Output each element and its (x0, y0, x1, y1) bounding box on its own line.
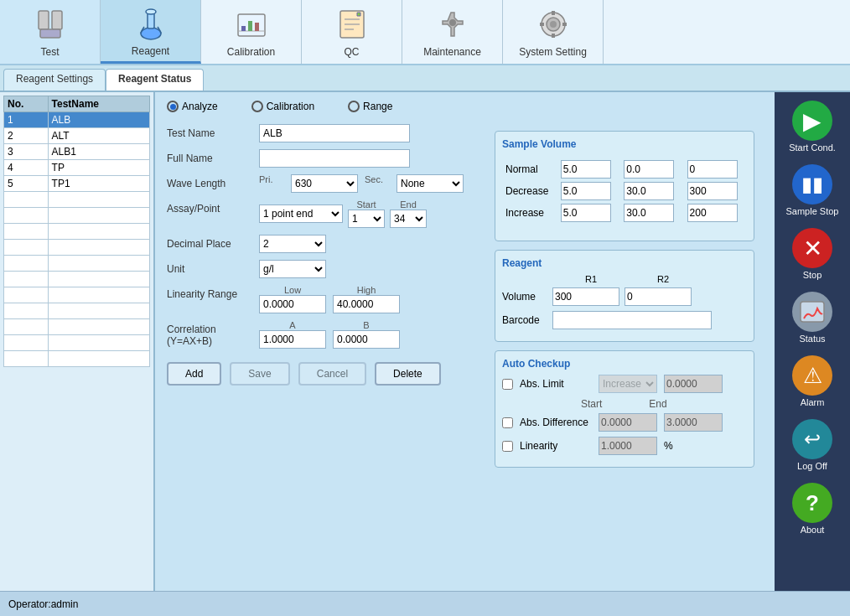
nav-qc[interactable]: QC (302, 0, 402, 64)
sample-stop-button[interactable]: ▮▮ Sample Stop (779, 159, 846, 221)
nav-maintenance[interactable]: Maintenance (402, 0, 503, 64)
alarm-icon: ⚠ (792, 355, 832, 396)
wave-length-label: Wave Length (167, 174, 259, 189)
nav-test[interactable]: Test (0, 0, 101, 64)
linearity-controls: Low High (259, 285, 400, 313)
tab-reagent-settings[interactable]: Reagent Settings (3, 69, 106, 91)
log-off-button[interactable]: ↩ Log Off (779, 414, 846, 476)
sv-v3-input[interactable] (687, 204, 738, 222)
calibration-icon (233, 6, 270, 43)
corr-controls: A B (259, 320, 400, 349)
sv-v2-input[interactable] (624, 204, 674, 222)
status-button[interactable]: Status (779, 287, 846, 349)
cancel-button[interactable]: Cancel (298, 362, 366, 386)
nav-system-setting-label: System Setting (519, 46, 587, 58)
corr-a-input[interactable] (259, 330, 326, 349)
qc-icon (334, 6, 371, 43)
corr-b-input[interactable] (333, 330, 400, 349)
sv-v3-input[interactable] (687, 182, 738, 200)
sv-v2-input[interactable] (624, 182, 674, 200)
nav-system-setting[interactable]: System Setting (503, 0, 604, 64)
table-row-empty (4, 208, 150, 224)
row-name: TP (48, 160, 149, 176)
radio-range[interactable]: Range (348, 101, 392, 112)
test-name-input[interactable] (259, 124, 410, 142)
unit-select[interactable]: g/lmg/lmmol/lU/l% (259, 260, 326, 278)
assay-start-group: Start 123 (348, 199, 385, 228)
table-row[interactable]: 1ALB (4, 112, 150, 128)
center-panel: Analyze Calibration Range Test Name (155, 92, 775, 591)
left-panel: No. TestName 1ALB2ALT3ALB14TP5TP1 (0, 92, 155, 591)
save-button[interactable]: Save (230, 362, 289, 386)
sv-v3-input[interactable] (687, 160, 738, 179)
add-button[interactable]: Add (167, 362, 221, 386)
nav-reagent[interactable]: Reagent (101, 0, 201, 64)
abs-limit-label: Abs. Limit (520, 378, 595, 390)
correlation-label: Correlation (Y=AX+B) (167, 320, 259, 347)
row-name: ALB1 (48, 144, 149, 160)
sv-row: Increase (502, 202, 747, 224)
mode-radio-group: Analyze Calibration Range (167, 101, 763, 112)
r1-volume-input[interactable] (552, 287, 619, 306)
table-row[interactable]: 4TP (4, 160, 150, 176)
abs-diff-checkbox[interactable] (502, 417, 513, 428)
reagent-barcode-input[interactable] (552, 311, 712, 329)
nav-calibration[interactable]: Calibration (201, 0, 302, 64)
about-label: About (801, 525, 825, 535)
status-icon (792, 292, 832, 332)
r1-header: R1 (557, 274, 625, 284)
abs-limit-value-input (664, 375, 723, 393)
reagent-volume-inputs (552, 287, 692, 306)
auto-checkup-title: Auto Checkup (502, 358, 747, 370)
table-row-empty (4, 303, 150, 319)
sv-v1-input[interactable] (561, 204, 611, 222)
table-row[interactable]: 5TP1 (4, 176, 150, 192)
correlation-row: Correlation (Y=AX+B) A B (167, 320, 476, 349)
abs-limit-checkbox[interactable] (502, 379, 513, 390)
sv-row-label: Normal (505, 163, 538, 175)
sv-v2-input[interactable] (624, 160, 674, 179)
linearity-high-input[interactable] (333, 295, 400, 313)
table-row[interactable]: 3ALB1 (4, 144, 150, 160)
svg-rect-23 (801, 302, 824, 322)
corr-a-label: A (289, 320, 295, 330)
delete-button[interactable]: Delete (375, 362, 441, 386)
table-row[interactable]: 2ALT (4, 128, 150, 144)
radio-calibration[interactable]: Calibration (251, 101, 314, 112)
wave-sec-select[interactable]: None450500540 (396, 174, 464, 193)
alarm-label: Alarm (801, 397, 825, 407)
table-row-empty (4, 224, 150, 240)
start-cond-button[interactable]: ▶ Start Cond. (779, 96, 846, 158)
full-name-input[interactable] (259, 149, 410, 168)
decimal-select[interactable]: 20134 (259, 235, 326, 253)
assay-type-select[interactable]: 1 point end2 point endRate A (259, 204, 343, 223)
sv-row-label: Decrease (505, 185, 548, 197)
sv-v1-input[interactable] (561, 182, 611, 200)
about-button[interactable]: ? About (779, 478, 846, 540)
tab-reagent-status[interactable]: Reagent Status (106, 69, 204, 91)
corr-a-group: A (259, 320, 326, 349)
svg-rect-0 (39, 11, 49, 29)
linearity-low-label: Low (284, 285, 301, 295)
r2-volume-input[interactable] (625, 287, 692, 306)
stop-button[interactable]: ✕ Stop (779, 223, 846, 285)
wave-pri-label: Pri. (259, 174, 284, 193)
linearity-low-input[interactable] (259, 295, 326, 313)
abs-limit-select: IncreaseDecrease (599, 375, 657, 393)
wave-pri-select[interactable]: 630450500540570 (291, 174, 358, 193)
alarm-button[interactable]: ⚠ Alarm (779, 350, 846, 412)
assay-end-select[interactable]: 342030 (390, 210, 427, 228)
svg-point-3 (141, 28, 161, 39)
assay-start-select[interactable]: 123 (348, 210, 385, 228)
reagent-header-row: R1 R2 (502, 274, 747, 284)
reagent-section: Reagent R1 R2 Volume Barcode (495, 250, 754, 342)
sv-v1-input[interactable] (561, 160, 611, 179)
radio-analyze[interactable]: Analyze (167, 101, 218, 112)
abs-diff-start-input (599, 413, 657, 432)
linearity-checkbox[interactable] (502, 441, 513, 452)
linearity-low-group: Low (259, 285, 326, 313)
linearity-value-input (599, 437, 657, 455)
svg-point-5 (146, 9, 156, 14)
assay-start-label: Start (356, 199, 376, 210)
corr-b-label: B (363, 320, 369, 330)
